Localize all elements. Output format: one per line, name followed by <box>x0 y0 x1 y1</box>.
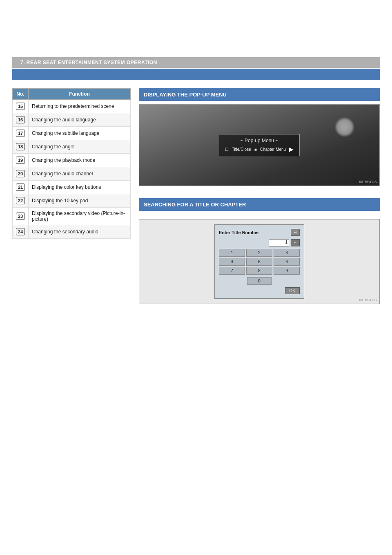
popup-image: ~ Pop-up Menu ~ ☐ Title/Close ■ Chapter … <box>139 104 380 186</box>
dialog-title-row: Enter Title Number ↩ <box>219 229 300 236</box>
num-badge: 19 <box>16 157 25 164</box>
numpad-button-9[interactable]: 9 <box>274 267 300 275</box>
sun-decoration <box>334 117 355 137</box>
popup-play-icon: ▶ <box>289 146 294 152</box>
num-badge: 20 <box>16 170 25 177</box>
numpad-button-2[interactable]: 2 <box>246 249 272 257</box>
table-cell-function: Changing the audio channel <box>29 167 131 181</box>
table-row: 22Displaying the 10 key pad <box>13 194 131 208</box>
left-column: No. Function 15Returning to the predeter… <box>12 88 131 304</box>
section-header-bar: 7. REAR SEAT ENTERTAINMENT SYSTEM OPERAT… <box>12 57 380 68</box>
table-row: 17Changing the subtitle language <box>13 127 131 140</box>
num-badge: 22 <box>16 197 25 204</box>
popup-menu-items: ☐ Title/Close ■ Chapter Menu ▶ <box>225 146 294 152</box>
table-row: 24Changing the secondary audio <box>13 225 131 239</box>
numpad-button-8[interactable]: 8 <box>246 267 272 275</box>
table-cell-no: 19 <box>13 154 29 167</box>
popup-section-title: DISPLAYING THE POP-UP MENU <box>144 92 227 98</box>
numpad-button-6[interactable]: 6 <box>274 258 300 266</box>
num-badge: 23 <box>16 213 25 220</box>
dialog-ok-button[interactable]: OK <box>285 287 300 294</box>
dialog-zero-button[interactable]: 0 <box>247 277 272 285</box>
accent-bar <box>12 69 380 80</box>
title-dialog-inner: Enter Title Number ↩ 1 ← 123456789 0 OK <box>214 224 304 299</box>
numpad-button-4[interactable]: 4 <box>219 258 245 266</box>
table-cell-function: Changing the angle <box>29 140 131 154</box>
table-cell-function: Displaying the 10 key pad <box>29 194 131 208</box>
dialog-title: Enter Title Number <box>219 230 259 235</box>
table-cell-no: 18 <box>13 140 29 154</box>
numpad-button-1[interactable]: 1 <box>219 249 245 257</box>
num-badge: 24 <box>16 228 25 235</box>
popup-item1: Title/Close <box>232 147 251 152</box>
num-badge: 15 <box>16 103 25 110</box>
search-section-title: SEARCHING FOR A TITLE OR CHAPTER <box>144 201 246 208</box>
table-cell-no: 15 <box>13 100 29 113</box>
dialog-zero-row: 0 <box>219 277 300 285</box>
popup-image-code: 6015STUS <box>359 180 377 184</box>
dialog-input-row: 1 ← <box>219 239 300 246</box>
col-header-function: Function <box>29 89 131 100</box>
table-cell-function: Changing the subtitle language <box>29 127 131 140</box>
popup-overlay: ~ Pop-up Menu ~ ☐ Title/Close ■ Chapter … <box>219 134 300 156</box>
table-cell-no: 16 <box>13 113 29 127</box>
popup-section-header: DISPLAYING THE POP-UP MENU <box>139 88 380 101</box>
num-badge: 17 <box>16 130 25 137</box>
table-cell-function: Changing the audio language <box>29 113 131 127</box>
dialog-ok-row: OK <box>219 287 300 294</box>
table-cell-no: 22 <box>13 194 29 208</box>
table-row: 15Returning to the predetermined scene <box>13 100 131 113</box>
right-column: DISPLAYING THE POP-UP MENU ~ Pop-up Menu… <box>139 88 380 304</box>
table-cell-function: Changing the playback mode <box>29 154 131 167</box>
table-row: 19Changing the playback mode <box>13 154 131 167</box>
dialog-numpad: 123456789 <box>219 249 300 275</box>
table-cell-function: Displaying the secondary video (Picture-… <box>29 208 131 225</box>
table-row: 21Displaying the color key buttons <box>13 181 131 194</box>
numpad-button-7[interactable]: 7 <box>219 267 245 275</box>
dialog-delete-button[interactable]: ← <box>291 239 300 246</box>
function-table: No. Function 15Returning to the predeter… <box>12 88 131 239</box>
section-header-text: 7. REAR SEAT ENTERTAINMENT SYSTEM OPERAT… <box>20 60 157 65</box>
popup-checkbox-icon: ☐ <box>225 147 229 152</box>
table-cell-function: Returning to the predetermined scene <box>29 100 131 113</box>
popup-separator: ■ <box>254 147 257 152</box>
popup-overlay-title: ~ Pop-up Menu ~ <box>225 138 294 143</box>
dialog-input[interactable]: 1 <box>269 239 289 246</box>
table-cell-no: 20 <box>13 167 29 181</box>
table-cell-no: 21 <box>13 181 29 194</box>
title-dialog-area: Enter Title Number ↩ 1 ← 123456789 0 OK <box>139 219 380 304</box>
search-section-header: SEARCHING FOR A TITLE OR CHAPTER <box>139 198 380 211</box>
table-row: 23Displaying the secondary video (Pictur… <box>13 208 131 225</box>
table-cell-function: Displaying the color key buttons <box>29 181 131 194</box>
table-cell-no: 17 <box>13 127 29 140</box>
table-row: 18Changing the angle <box>13 140 131 154</box>
popup-item2: Chapter Menu <box>260 147 286 152</box>
num-badge: 18 <box>16 143 25 150</box>
dialog-back-button[interactable]: ↩ <box>291 229 300 236</box>
table-row: 16Changing the audio language <box>13 113 131 127</box>
main-content: No. Function 15Returning to the predeter… <box>12 88 380 304</box>
table-cell-no: 23 <box>13 208 29 225</box>
table-row: 20Changing the audio channel <box>13 167 131 181</box>
dialog-image-code: 6016STUS <box>359 298 377 302</box>
numpad-button-5[interactable]: 5 <box>246 258 272 266</box>
num-badge: 21 <box>16 184 25 191</box>
numpad-button-3[interactable]: 3 <box>274 249 300 257</box>
table-cell-function: Changing the secondary audio <box>29 225 131 239</box>
page-wrapper: 7. REAR SEAT ENTERTAINMENT SYSTEM OPERAT… <box>0 57 392 555</box>
table-cell-no: 24 <box>13 225 29 239</box>
num-badge: 16 <box>16 116 25 123</box>
col-header-no: No. <box>13 89 29 100</box>
